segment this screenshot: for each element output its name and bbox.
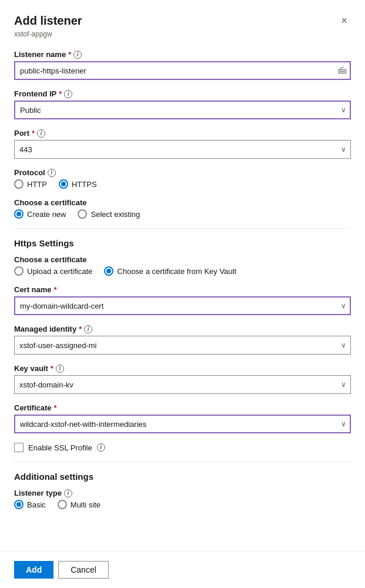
key-vault-label: Choose a certificate from Key Vault [117, 267, 236, 276]
ssl-profile-info-icon[interactable]: i [97, 443, 105, 452]
listener-name-group: Listener name * i 🖮 [14, 50, 351, 80]
key-vault-select-wrapper: xstof-domain-kv ∨ [14, 375, 351, 394]
certificate-select-wrapper: wildcard-xstof-net-with-intermediaries ∨ [14, 415, 351, 433]
required-star-4: * [54, 285, 57, 294]
panel-subtitle: xstof-appgw [14, 30, 351, 38]
https-cert-choice-radio-group: Upload a certificate Choose a certificat… [14, 266, 351, 276]
required-star-7: * [54, 403, 57, 412]
select-existing-radio[interactable] [78, 209, 87, 219]
protocol-radio-group: HTTP HTTPS [14, 179, 351, 189]
protocol-https-label: HTTPS [72, 180, 97, 189]
select-existing-label: Select existing [91, 210, 140, 219]
protocol-label: Protocol i [14, 168, 351, 177]
managed-identity-select[interactable]: xstof-user-assigned-mi [14, 336, 351, 355]
upload-certificate-option[interactable]: Upload a certificate [14, 266, 92, 276]
port-group: Port * i 443 80 ∨ [14, 129, 351, 159]
panel-footer: Add Cancel [0, 551, 365, 588]
create-new-label: Create new [27, 210, 66, 219]
certificate-select[interactable]: wildcard-xstof-net-with-intermediaries [14, 415, 351, 433]
certificate-label: Certificate * [14, 403, 351, 412]
upload-certificate-radio[interactable] [14, 266, 24, 276]
port-select-wrapper: 443 80 ∨ [14, 140, 351, 159]
managed-identity-info-icon[interactable]: i [84, 325, 92, 333]
key-vault-select[interactable]: xstof-domain-kv [14, 375, 351, 394]
cert-name-select-wrapper: my-domain-wildcard-cert ∨ [14, 296, 351, 315]
certificate-choice-label: Choose a certificate [14, 198, 351, 207]
key-vault-radio[interactable] [104, 266, 113, 276]
listener-type-multisite-radio[interactable] [58, 500, 67, 509]
listener-type-basic-label: Basic [27, 500, 46, 509]
protocol-https-option[interactable]: HTTPS [59, 179, 97, 189]
certificate-group: Certificate * wildcard-xstof-net-with-in… [14, 403, 351, 433]
protocol-http-option[interactable]: HTTP [14, 179, 47, 189]
frontend-ip-select-wrapper: Public Private ∨ [14, 101, 351, 119]
protocol-http-radio[interactable] [14, 179, 24, 189]
listener-name-input[interactable] [14, 61, 351, 80]
listener-name-info-icon[interactable]: i [73, 51, 82, 59]
listener-type-basic-option[interactable]: Basic [14, 500, 46, 509]
key-vault-option[interactable]: Choose a certificate from Key Vault [104, 266, 236, 276]
frontend-ip-label: Frontend IP * i [14, 89, 351, 98]
port-info-icon[interactable]: i [37, 129, 45, 138]
ssl-profile-checkbox-item[interactable]: Enable SSL Profile i [14, 443, 351, 452]
panel-title: Add listener [14, 14, 82, 28]
add-listener-panel: Add listener × xstof-appgw Listener name… [0, 0, 365, 588]
panel-header: Add listener × [14, 14, 351, 28]
certificate-choice-group: Choose a certificate Create new Select e… [14, 198, 351, 219]
frontend-ip-info-icon[interactable]: i [64, 90, 72, 98]
protocol-group: Protocol i HTTP HTTPS [14, 168, 351, 189]
frontend-ip-group: Frontend IP * i Public Private ∨ [14, 89, 351, 119]
https-cert-choice-group: Choose a certificate Upload a certificat… [14, 255, 351, 276]
cancel-button[interactable]: Cancel [58, 561, 109, 579]
https-cert-choice-label: Choose a certificate [14, 255, 351, 264]
port-select[interactable]: 443 80 [14, 140, 351, 159]
upload-certificate-label: Upload a certificate [27, 267, 92, 276]
ssl-profile-group: Enable SSL Profile i [14, 443, 351, 452]
key-vault-group: Key vault * i xstof-domain-kv ∨ [14, 364, 351, 394]
listener-type-radio-group: Basic Multi site [14, 500, 351, 509]
add-button[interactable]: Add [14, 561, 53, 579]
frontend-ip-select[interactable]: Public Private [14, 101, 351, 119]
https-settings-heading: Https Settings [14, 238, 351, 248]
additional-settings-heading: Additional settings [14, 472, 351, 482]
ssl-profile-checkbox[interactable] [14, 443, 24, 452]
select-existing-option[interactable]: Select existing [78, 209, 140, 219]
close-button[interactable]: × [337, 14, 351, 27]
listener-type-label: Listener type i [14, 489, 351, 497]
required-star-6: * [51, 364, 53, 373]
cert-name-select[interactable]: my-domain-wildcard-cert [14, 296, 351, 315]
cert-name-group: Cert name * my-domain-wildcard-cert ∨ [14, 285, 351, 315]
managed-identity-label: Managed identity * i [14, 325, 351, 333]
ssl-profile-label: Enable SSL Profile [28, 443, 92, 452]
listener-type-group: Listener type i Basic Multi site [14, 489, 351, 509]
listener-type-info-icon[interactable]: i [64, 489, 72, 497]
protocol-http-label: HTTP [27, 180, 47, 189]
section-divider [14, 228, 351, 229]
cert-name-label: Cert name * [14, 285, 351, 294]
create-new-option[interactable]: Create new [14, 209, 66, 219]
listener-type-basic-radio[interactable] [14, 500, 24, 509]
required-star-5: * [79, 325, 82, 333]
required-star: * [68, 50, 71, 59]
managed-identity-group: Managed identity * i xstof-user-assigned… [14, 325, 351, 355]
listener-name-label: Listener name * i [14, 50, 351, 59]
key-vault-label: Key vault * i [14, 364, 351, 373]
listener-type-multisite-option[interactable]: Multi site [58, 500, 101, 509]
title-text: Add listener [14, 14, 82, 28]
section-divider-2 [14, 462, 351, 462]
listener-type-multisite-label: Multi site [71, 500, 101, 509]
protocol-info-icon[interactable]: i [48, 169, 56, 177]
certificate-choice-radio-group: Create new Select existing [14, 209, 351, 219]
protocol-https-radio[interactable] [59, 179, 68, 189]
create-new-radio[interactable] [14, 209, 24, 219]
managed-identity-select-wrapper: xstof-user-assigned-mi ∨ [14, 336, 351, 355]
listener-name-input-wrapper: 🖮 [14, 61, 351, 80]
required-star-2: * [59, 89, 62, 98]
keyboard-icon: 🖮 [338, 65, 347, 76]
required-star-3: * [32, 129, 35, 138]
key-vault-info-icon[interactable]: i [56, 365, 64, 373]
port-label: Port * i [14, 129, 351, 138]
